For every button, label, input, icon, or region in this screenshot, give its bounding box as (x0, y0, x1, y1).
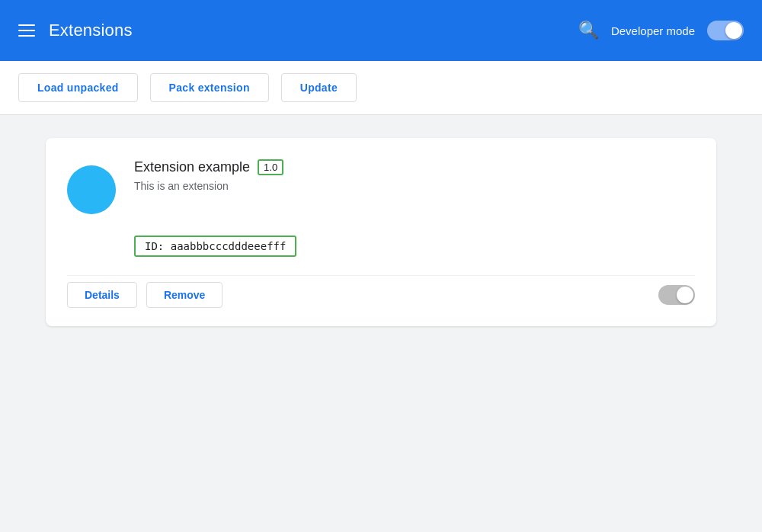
page-title: Extensions (49, 21, 133, 40)
extension-icon (67, 165, 116, 214)
version-badge: 1.0 (258, 159, 283, 175)
main-content: Extension example 1.0 This is an extensi… (0, 115, 762, 532)
extension-card: Extension example 1.0 This is an extensi… (46, 138, 716, 326)
extension-name-row: Extension example 1.0 (134, 159, 695, 175)
extension-enable-toggle[interactable] (658, 285, 695, 305)
remove-button[interactable]: Remove (146, 282, 223, 308)
search-icon[interactable]: 🔍 (578, 21, 599, 40)
load-unpacked-button[interactable]: Load unpacked (18, 73, 138, 102)
update-button[interactable]: Update (281, 73, 357, 102)
card-actions: Details Remove (67, 282, 223, 308)
menu-icon[interactable] (18, 24, 35, 37)
header-left: Extensions (18, 21, 133, 40)
developer-mode-label: Developer mode (611, 24, 695, 37)
pack-extension-button[interactable]: Pack extension (150, 73, 269, 102)
header: Extensions 🔍 Developer mode (0, 0, 762, 61)
id-row: ID: aaabbbcccdddeeefff (67, 236, 695, 257)
extension-id-badge: ID: aaabbbcccdddeeefff (134, 236, 296, 257)
header-right: 🔍 Developer mode (578, 21, 744, 40)
card-top: Extension example 1.0 This is an extensi… (67, 159, 695, 214)
developer-mode-toggle[interactable] (707, 21, 744, 40)
extension-name: Extension example (134, 159, 250, 175)
toolbar: Load unpacked Pack extension Update (0, 61, 762, 115)
details-button[interactable]: Details (67, 282, 137, 308)
card-bottom: Details Remove (67, 275, 695, 308)
extension-info: Extension example 1.0 This is an extensi… (134, 159, 695, 192)
extension-description: This is an extension (134, 180, 695, 192)
